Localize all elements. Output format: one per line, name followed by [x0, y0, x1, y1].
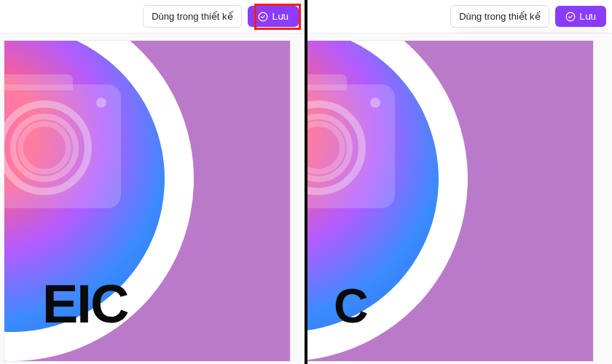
save-button-label: Lưu — [272, 11, 289, 22]
save-button[interactable]: Lưu — [555, 6, 606, 27]
save-button-label: Lưu — [580, 11, 596, 22]
right-screenshot: Dùng trong thiết kế Lưu Lưu vào Canva Tả… — [307, 0, 612, 364]
save-button[interactable]: Lưu — [248, 6, 299, 27]
check-circle-icon — [258, 12, 268, 22]
design-workspace[interactable]: C — [307, 41, 593, 361]
icon-text: C — [334, 278, 367, 333]
use-in-design-button[interactable]: Dùng trong thiết kế — [450, 5, 549, 28]
camera-icon — [4, 84, 121, 208]
canvas-area: C — [307, 33, 612, 364]
check-circle-icon — [565, 12, 576, 22]
canvas-area: EIC — [0, 33, 305, 364]
svg-point-1 — [566, 12, 575, 21]
left-screenshot: Dùng trong thiết kế Lưu 1 EIC — [0, 0, 305, 364]
use-in-design-button[interactable]: Dùng trong thiết kế — [143, 5, 241, 28]
svg-point-0 — [259, 12, 267, 21]
camera-icon — [307, 84, 395, 208]
top-toolbar: Dùng trong thiết kế Lưu — [307, 0, 612, 33]
top-toolbar: Dùng trong thiết kế Lưu — [0, 0, 305, 33]
design-workspace[interactable]: EIC — [4, 41, 290, 361]
icon-circle — [307, 41, 468, 361]
icon-text: EIC — [42, 273, 128, 335]
